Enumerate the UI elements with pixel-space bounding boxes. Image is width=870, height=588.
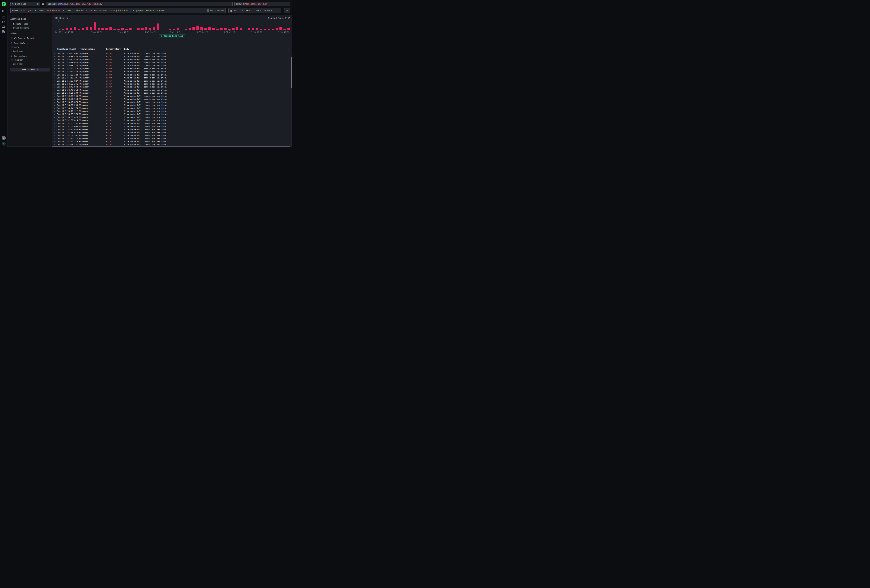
table-row[interactable]: ›Jun 11 1:51:43.121 PMpaymenterrorVisa c… xyxy=(52,143,292,146)
histogram-bar[interactable] xyxy=(204,28,207,30)
load-more-severitytext[interactable]: Load more xyxy=(10,50,50,52)
histogram-bar[interactable] xyxy=(252,28,254,30)
histogram-bar[interactable] xyxy=(279,27,282,30)
table-row[interactable]: ›Jun 11 1:54:26.230 PMpaymenterrorVisa c… xyxy=(52,91,292,94)
table-row[interactable]: ›Jun 11 1:56:32.843 PMpaymenterrorVisa c… xyxy=(52,58,292,61)
histogram-bar[interactable] xyxy=(189,28,191,30)
horizontal-scrollbar-thumb[interactable] xyxy=(52,146,290,147)
table-row[interactable]: ›Jun 11 1:53:26.250 PMpaymenterrorVisa c… xyxy=(52,104,292,107)
col-timestamp[interactable]: Timestamp (Local) xyxy=(57,48,79,50)
histogram-bar[interactable] xyxy=(200,27,203,30)
table-row[interactable]: ›Jun 11 1:53:24.274 PMpaymenterrorVisa c… xyxy=(52,107,292,110)
histogram-bar[interactable] xyxy=(192,27,195,30)
sessions-icon[interactable] xyxy=(2,25,5,28)
histogram-bar[interactable] xyxy=(208,27,211,30)
histogram-bar[interactable] xyxy=(109,27,112,30)
col-servicename[interactable]: ServiceName xyxy=(82,48,104,50)
denoise-results-toggle[interactable]: Denoise Results xyxy=(10,37,50,39)
table-row[interactable]: ›Jun 11 1:55:16.296 PMpaymenterrorVisa c… xyxy=(52,76,292,79)
table-row[interactable]: ›Jun 11 1:51:47.229 PMpaymenterrorVisa c… xyxy=(52,140,292,143)
table-row[interactable]: ›Jun 11 1:56:51.975 PMpaymenterrorVisa c… xyxy=(52,51,292,52)
table-options-menu-icon[interactable]: ⋮ xyxy=(288,48,290,50)
histogram-bar[interactable] xyxy=(74,27,76,30)
table-row[interactable]: ›Jun 11 1:52:19.473 PMpaymenterrorVisa c… xyxy=(52,131,292,134)
sql-mode-button[interactable]: SQL xyxy=(210,10,214,12)
vertical-scrollbar-thumb[interactable] xyxy=(291,57,292,88)
histogram-bar[interactable] xyxy=(157,24,159,30)
mode-event-patterns[interactable]: Event Patterns xyxy=(11,26,50,30)
table-row[interactable]: ›Jun 11 1:55:07.827 PMpaymenterrorVisa c… xyxy=(52,79,292,82)
histogram-bar[interactable] xyxy=(145,27,147,30)
time-range-picker[interactable]: Jun 11 13:41:52 - Jun 11 13:56:52 xyxy=(228,8,281,13)
table-row[interactable]: ›Jun 11 1:54:40.218 PMpaymenterrorVisa c… xyxy=(52,89,292,91)
histogram-bar[interactable] xyxy=(240,28,242,30)
filter-option-checkout[interactable]: checkout xyxy=(10,59,50,61)
table-row[interactable]: ›Jun 11 1:52:35.232 PMpaymenterrorVisa c… xyxy=(52,122,292,125)
histogram-bar[interactable] xyxy=(212,28,215,30)
histogram-bar[interactable] xyxy=(153,27,155,30)
load-more-servicename[interactable]: Load more xyxy=(10,63,50,65)
table-row[interactable]: ›Jun 11 1:51:57.712 PMpaymenterrorVisa c… xyxy=(52,137,292,140)
chart-explorer-icon[interactable] xyxy=(2,20,5,24)
histogram-bar[interactable] xyxy=(101,28,104,30)
help-button[interactable]: ? xyxy=(2,136,6,140)
table-row[interactable]: ›Jun 11 1:52:02.581 PMpaymenterrorVisa c… xyxy=(52,134,292,137)
histogram-bar[interactable] xyxy=(149,28,151,30)
table-row[interactable]: ›Jun 11 1:56:38.534 PMpaymenterrorVisa c… xyxy=(52,55,292,58)
table-row[interactable]: ›Jun 11 1:56:03.248 PMpaymenterrorVisa c… xyxy=(52,64,292,67)
table-row[interactable]: ›Jun 11 1:53:41.873 PMpaymenterrorVisa c… xyxy=(52,101,292,104)
order-by-input[interactable]: ORDER BY TimestampTime DESC xyxy=(234,2,290,6)
filter-checkbox[interactable] xyxy=(10,59,13,61)
histogram-bar[interactable] xyxy=(129,28,131,30)
table-row[interactable]: ›Jun 11 1:55:51.448 PMpaymenterrorVisa c… xyxy=(52,70,292,73)
where-clause-input[interactable]: WHERE SeverityText = 'error' AND Body IL… xyxy=(10,8,226,13)
table-row[interactable]: ›Jun 11 1:55:39.324 PMpaymenterrorVisa c… xyxy=(52,73,292,76)
table-row[interactable]: ›Jun 11 1:54:09.906 PMpaymenterrorVisa c… xyxy=(52,95,292,98)
more-filters-button[interactable]: More filters xyxy=(10,68,50,71)
col-body[interactable]: Body xyxy=(124,48,292,50)
filter-group-header[interactable]: SeverityText xyxy=(10,42,50,45)
table-row[interactable]: ›Jun 11 1:53:00.676 PMpaymenterrorVisa c… xyxy=(52,116,292,119)
histogram-bar[interactable] xyxy=(236,27,238,30)
histogram-bar[interactable] xyxy=(121,28,124,30)
search-logs-icon[interactable] xyxy=(2,16,5,19)
toggle-sidebar-icon[interactable] xyxy=(2,9,5,12)
user-avatar[interactable]: U xyxy=(2,141,6,146)
histogram-bar[interactable] xyxy=(98,28,100,30)
mode-results-table[interactable]: Results Table xyxy=(11,22,50,26)
histogram-bar[interactable] xyxy=(197,25,199,30)
histogram-bar[interactable] xyxy=(177,28,179,30)
table-row[interactable]: ›Jun 11 1:54:43.948 PMpaymenterrorVisa c… xyxy=(52,85,292,88)
lucene-mode-button[interactable]: Lucene xyxy=(217,10,224,12)
histogram-bar[interactable] xyxy=(141,28,143,30)
run-query-button[interactable] xyxy=(284,8,290,13)
table-row[interactable]: ›Jun 11 1:54:52.241 PMpaymenterrorVisa c… xyxy=(52,82,292,85)
table-row[interactable]: ›Jun 11 1:53:05.578 PMpaymenterrorVisa c… xyxy=(52,113,292,116)
denoise-checkbox[interactable] xyxy=(10,37,13,39)
dashboards-icon[interactable] xyxy=(2,30,5,33)
table-row[interactable]: ›Jun 11 1:53:10.922 PMpaymenterrorVisa c… xyxy=(52,110,292,113)
filter-option-info[interactable]: info xyxy=(10,46,50,48)
table-row[interactable]: ›Jun 11 1:52:25.630 PMpaymenterrorVisa c… xyxy=(52,128,292,131)
histogram-bar[interactable] xyxy=(137,28,140,30)
col-severitytext[interactable]: SeverityText xyxy=(106,48,122,50)
table-row[interactable]: ›Jun 11 1:56:42.995 PMpaymenterrorVisa c… xyxy=(52,52,292,55)
histogram-bar[interactable] xyxy=(86,27,88,30)
table-row[interactable]: ›Jun 11 1:54:06.953 PMpaymenterrorVisa c… xyxy=(52,98,292,101)
histogram-bar[interactable] xyxy=(94,22,96,30)
histogram-bar[interactable] xyxy=(256,28,258,30)
histogram-bar[interactable] xyxy=(248,28,250,30)
table-scroll-viewport[interactable]: ›Jun 11 1:56:51.975 PMpaymenterrorVisa c… xyxy=(52,51,292,147)
histogram-bar[interactable] xyxy=(70,28,72,30)
histogram-bar[interactable] xyxy=(82,28,84,30)
table-row[interactable]: ›Jun 11 1:56:08.948 PMpaymenterrorVisa c… xyxy=(52,61,292,64)
resume-live-tail-button[interactable]: Resume Live Tail xyxy=(159,34,185,38)
column-drag-handle-icon[interactable]: ⋮ xyxy=(104,48,106,50)
column-drag-handle-icon[interactable]: ⋮ xyxy=(79,48,82,50)
histogram-bar[interactable] xyxy=(106,28,108,30)
histogram-bar[interactable] xyxy=(66,28,69,30)
filter-group-header[interactable]: ServiceName xyxy=(10,55,50,57)
table-row[interactable]: ›Jun 11 1:52:30.469 PMpaymenterrorVisa c… xyxy=(52,125,292,128)
hyperdx-logo-icon[interactable] xyxy=(1,1,6,7)
column-drag-handle-icon[interactable]: ⋮ xyxy=(122,48,124,50)
